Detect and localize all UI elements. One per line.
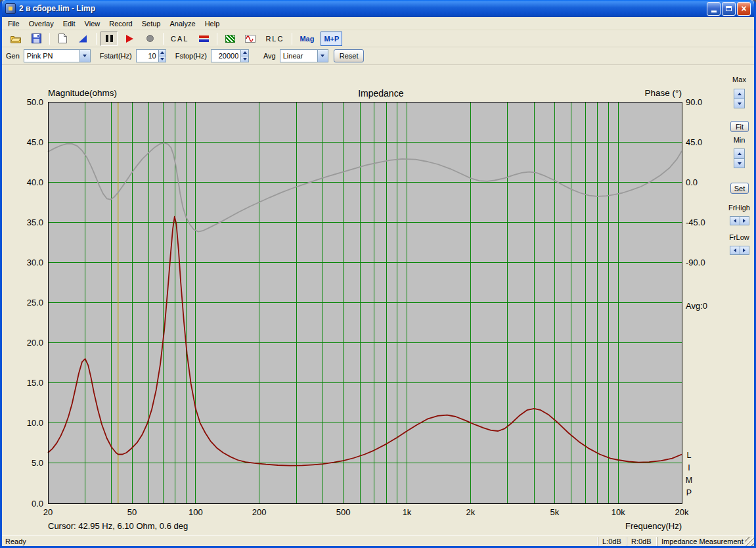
right-arrow-icon	[743, 248, 745, 252]
save-button[interactable]	[28, 32, 45, 46]
x-axis-title: Frequency(Hz)	[625, 521, 682, 531]
fit-button[interactable]: Fit	[730, 121, 749, 132]
menu-setup[interactable]: Setup	[137, 18, 166, 30]
impedance-chart[interactable]: 0.05.010.015.020.025.030.035.040.045.050…	[2, 65, 728, 536]
channels-button[interactable]	[195, 32, 212, 46]
magnitude-tick-label: 15.0	[27, 378, 43, 388]
frequency-tick-label: 100	[189, 507, 203, 517]
record-icon	[146, 35, 154, 42]
toolbar-separator	[49, 33, 50, 45]
menu-analyze[interactable]: Analyze	[165, 18, 200, 30]
fstart-up-button[interactable]	[159, 50, 166, 57]
status-bar: Ready L:0dB R:0dB Impedance Measurement	[2, 536, 754, 546]
red-blue-bars-icon	[199, 35, 209, 42]
app-icon	[5, 3, 16, 14]
min-down-button[interactable]	[734, 158, 745, 168]
open-folder-icon	[11, 34, 21, 43]
magnitude-phase-view-button[interactable]: M+P	[321, 32, 342, 46]
magnitude-axis-title: Magnitude(ohms)	[48, 88, 117, 99]
frhigh-right-button[interactable]	[740, 216, 750, 225]
menu-help[interactable]: Help	[200, 18, 225, 30]
max-down-button[interactable]	[734, 99, 745, 108]
fstop-input[interactable]	[211, 50, 240, 62]
open-button[interactable]	[7, 32, 24, 46]
fstart-input[interactable]	[137, 50, 158, 62]
fstart-down-button[interactable]	[159, 57, 166, 62]
maximize-button[interactable]	[722, 2, 736, 16]
fstop-up-button[interactable]	[241, 50, 248, 57]
generator-controls: Gen Pink PN Fstart(Hz) Fstop(Hz) Avg Lin…	[2, 47, 754, 65]
frlow-right-button[interactable]	[740, 246, 750, 255]
max-up-button[interactable]	[734, 89, 745, 99]
status-right-level: R:0dB	[627, 537, 657, 546]
fstop-label: Fstop(Hz)	[175, 52, 207, 60]
up-arrow-icon	[243, 51, 247, 54]
menu-file[interactable]: File	[3, 18, 24, 30]
magnitude-tick-label: 45.0	[27, 137, 43, 147]
copy-button[interactable]	[54, 32, 71, 46]
spectrum-button[interactable]	[221, 32, 238, 46]
down-arrow-icon	[243, 58, 247, 60]
toolbar-separator	[292, 33, 292, 45]
frequency-tick-label: 10k	[611, 507, 625, 517]
frequency-tick-label: 20	[43, 507, 53, 517]
calibrate-button[interactable]: CAL	[167, 32, 192, 46]
magnitude-view-button[interactable]: Mag	[296, 32, 317, 46]
resize-grip[interactable]	[745, 537, 754, 546]
avg-value: Linear	[280, 52, 317, 60]
close-button[interactable]: ×	[737, 2, 751, 16]
chart-area: 0.05.010.015.020.025.030.035.040.045.050…	[2, 65, 754, 536]
left-arrow-icon	[734, 219, 736, 223]
magnitude-tick-label: 10.0	[27, 418, 43, 428]
chevron-down-icon	[83, 55, 87, 57]
frequency-tick-label: 2k	[466, 507, 475, 517]
gen-combobox[interactable]: Pink PN	[24, 49, 91, 62]
mp-label: M+P	[324, 35, 339, 43]
frlow-left-button[interactable]	[730, 246, 740, 255]
up-arrow-icon	[160, 51, 164, 54]
limp-window: 2 в сборе.lim - Limp × File Overlay Edit…	[0, 0, 756, 548]
phase-tick-label: -90.0	[686, 258, 705, 267]
document-icon	[58, 34, 67, 43]
record-button[interactable]	[141, 32, 158, 46]
menu-view[interactable]: View	[80, 18, 105, 30]
status-mode: Impedance Measurement	[657, 537, 745, 546]
scale-panel: Max Fit Min Set FrHigh FrLow	[724, 65, 754, 536]
signal-view-button[interactable]	[242, 32, 259, 46]
fstop-down-button[interactable]	[241, 57, 248, 62]
right-arrow-icon	[743, 219, 745, 223]
frhigh-left-button[interactable]	[730, 216, 740, 225]
menu-overlay[interactable]: Overlay	[24, 18, 58, 30]
menu-record[interactable]: Record	[104, 18, 137, 30]
limp-watermark: L I M P	[684, 449, 694, 499]
green-stripes-icon	[225, 35, 235, 43]
toolbar-separator	[96, 33, 97, 45]
sine-wave-icon	[245, 35, 256, 43]
rlc-button[interactable]: RLC	[262, 32, 287, 46]
frequency-tick-label: 500	[336, 507, 351, 517]
magnitude-tick-label: 5.0	[32, 458, 43, 468]
reset-button[interactable]: Reset	[334, 49, 365, 62]
avg-combobox[interactable]: Linear	[280, 49, 328, 62]
menu-edit[interactable]: Edit	[58, 18, 80, 30]
pause-button[interactable]	[100, 32, 118, 46]
frequency-tick-label: 5k	[550, 507, 559, 517]
magnitude-tick-label: 35.0	[27, 217, 43, 227]
rlc-label: RLC	[265, 35, 284, 43]
play-icon	[126, 35, 133, 43]
cursor-readout: Cursor: 42.95 Hz, 6.10 Ohm, 0.6 deg	[48, 521, 188, 531]
min-up-button[interactable]	[734, 148, 745, 158]
avg-label: Avg	[263, 52, 276, 60]
play-button[interactable]	[121, 32, 138, 46]
minimize-button[interactable]	[707, 2, 721, 16]
frlow-spinner	[730, 246, 749, 255]
title-bar[interactable]: 2 в сборе.lim - Limp ×	[2, 0, 754, 17]
frlow-label: FrLow	[724, 233, 754, 241]
chart-title: Impedance	[358, 88, 403, 99]
dropdown-button[interactable]	[317, 50, 328, 62]
fstart-label: Fstart(Hz)	[100, 52, 132, 60]
dropdown-button[interactable]	[79, 50, 90, 62]
fstart-spinbox	[136, 49, 166, 62]
set-button[interactable]: Set	[730, 183, 749, 194]
generator-setup-button[interactable]	[74, 32, 91, 46]
